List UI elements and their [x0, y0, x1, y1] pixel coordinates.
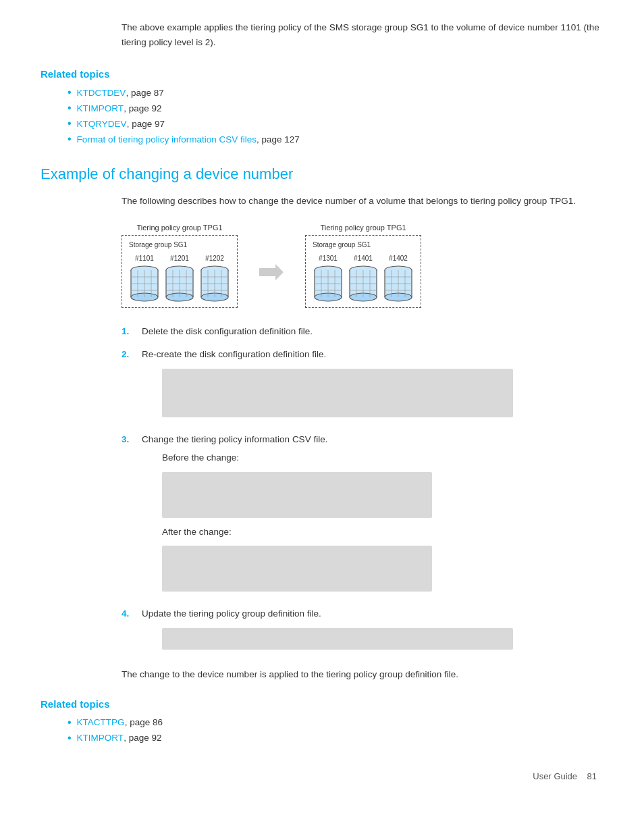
- related-topics-section-1: Related topics KTDCTDEV, page 87 KTIMPOR…: [41, 68, 603, 145]
- cylinder-wrap: #1101: [129, 253, 160, 302]
- list-item: KTDCTDEV, page 87: [68, 86, 603, 99]
- step-num: 1.: [122, 324, 134, 339]
- after-cylinders: #1301: [313, 253, 414, 302]
- section-body: The following describes how to change th…: [122, 194, 603, 681]
- step-3: 3. Change the tiering policy information…: [122, 432, 603, 599]
- cylinder-icon: [199, 265, 230, 302]
- step-text: Re-create the disk configuration definit…: [142, 349, 326, 359]
- cylinder-icon: [348, 265, 379, 302]
- step-4: 4. Update the tiering policy group defin…: [122, 606, 603, 656]
- list-item: KTIMPORT, page 92: [68, 732, 603, 744]
- diagram: Tiering policy group TPG1 Storage group …: [122, 222, 603, 309]
- cylinder-icon: [383, 265, 414, 302]
- related-topics-heading-1: Related topics: [41, 68, 603, 80]
- related-topics-list-1: KTDCTDEV, page 87 KTIMPORT, page 92 KTQR…: [68, 86, 603, 145]
- cylinder-num: #1301: [319, 253, 338, 264]
- related-topics-section-2: Related topics KTACTTPG, page 86 KTIMPOR…: [41, 698, 603, 744]
- cylinder-num: #1402: [389, 253, 408, 264]
- arrow-icon: [259, 249, 284, 282]
- ktdctdev-link[interactable]: KTDCTDEV: [77, 88, 126, 98]
- before-cylinders: #1101: [129, 253, 230, 302]
- intro-text: The above example applies the tiering po…: [122, 20, 603, 49]
- step-num: 3.: [122, 432, 134, 447]
- step-2: 2. Re-create the disk configuration defi…: [122, 347, 603, 424]
- format-csv-link[interactable]: Format of tiering policy information CSV…: [77, 134, 257, 145]
- step-text: Update the tiering policy group definiti…: [142, 608, 321, 619]
- list-item: KTIMPORT, page 92: [68, 102, 603, 114]
- diagram-before: Tiering policy group TPG1 Storage group …: [122, 222, 238, 309]
- list-item: Format of tiering policy information CSV…: [68, 133, 603, 145]
- ktqrydev-link[interactable]: KTQRYDEV: [77, 119, 127, 129]
- cylinder-icon: [129, 265, 160, 302]
- after-group-label: Tiering policy group TPG1: [305, 222, 421, 234]
- cylinder-wrap: #1301: [313, 253, 344, 302]
- cylinder-num: #1202: [205, 253, 224, 264]
- after-label: After the change:: [162, 525, 432, 540]
- code-block-step4: [162, 628, 513, 650]
- section-description: The following describes how to change th…: [122, 194, 603, 209]
- cylinder-wrap: #1201: [164, 253, 195, 302]
- related-topics-list-2: KTACTTPG, page 86 KTIMPORT, page 92: [68, 716, 603, 744]
- cylinder-wrap: #1401: [348, 253, 379, 302]
- before-storage-label: Storage group SG1: [129, 240, 230, 251]
- ktimport-link-2[interactable]: KTIMPORT: [77, 733, 124, 743]
- step-num: 4.: [122, 606, 134, 621]
- after-storage-box: Storage group SG1 #1301: [305, 235, 421, 308]
- diagram-after: Tiering policy group TPG1 Storage group …: [305, 222, 421, 309]
- cylinder-icon: [164, 265, 195, 302]
- list-item: KTQRYDEV, page 97: [68, 118, 603, 130]
- cylinder-num: #1201: [170, 253, 189, 264]
- before-label: Before the change:: [162, 450, 432, 465]
- after-storage-label: Storage group SG1: [313, 240, 414, 251]
- page-footer: User Guide 81: [41, 771, 603, 781]
- closing-text: The change to the device number is appli…: [122, 667, 603, 682]
- cylinder-num: #1401: [354, 253, 373, 264]
- cylinder-num: #1101: [135, 253, 154, 264]
- ktacttpg-link[interactable]: KTACTTPG: [77, 717, 125, 727]
- footer-label: User Guide: [533, 771, 577, 781]
- step-text: Delete the disk configuration definition…: [142, 324, 313, 339]
- step-num: 2.: [122, 347, 134, 362]
- cylinder-wrap: #1402: [383, 253, 414, 302]
- svg-marker-33: [259, 264, 284, 280]
- code-block-before: [162, 472, 432, 518]
- page-number: 81: [587, 771, 597, 781]
- related-topics-heading-2: Related topics: [41, 698, 603, 710]
- cylinder-wrap: #1202: [199, 253, 230, 302]
- list-item: KTACTTPG, page 86: [68, 716, 603, 729]
- before-group-label: Tiering policy group TPG1: [122, 222, 238, 234]
- code-block-step2: [162, 369, 513, 417]
- step-text: Change the tiering policy information CS…: [142, 434, 327, 444]
- ktimport-link-1[interactable]: KTIMPORT: [77, 103, 124, 113]
- steps-list: 1. Delete the disk configuration definit…: [122, 324, 603, 656]
- step-1: 1. Delete the disk configuration definit…: [122, 324, 603, 339]
- before-storage-box: Storage group SG1 #1101: [122, 235, 238, 308]
- section-title: Example of changing a device number: [41, 165, 603, 183]
- code-block-after: [162, 546, 432, 592]
- cylinder-icon: [313, 265, 344, 302]
